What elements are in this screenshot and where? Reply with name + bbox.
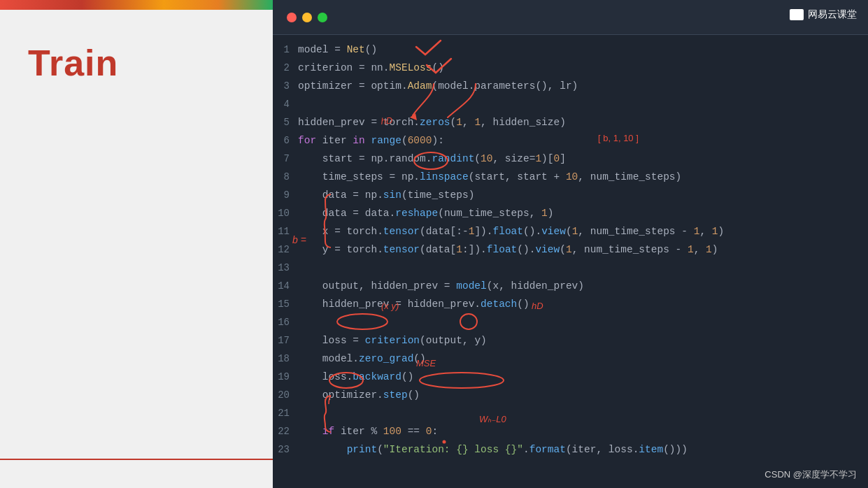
code-line-15: 15 hidden_prev = hidden_prev.detach() xyxy=(273,295,868,313)
code-line-5: 5 hidden_prev = torch.zeros(1, 1, hidden… xyxy=(273,113,868,131)
traffic-lights xyxy=(287,13,327,22)
window-title-bar: 网易云课堂 xyxy=(273,0,868,35)
code-line-10: 10 data = data.reshape(num_time_steps, 1… xyxy=(273,204,868,222)
code-line-11: 11 x = torch.tensor(data[:-1]).float().v… xyxy=(273,222,868,241)
code-line-21: 21 xyxy=(273,404,868,422)
code-line-20: 20 optimizer.step() xyxy=(273,386,868,404)
code-area: 1 model = Net() 2 criterion = nn.MSELoss… xyxy=(273,35,868,488)
code-line-3: 3 optimizer = optim.Adam(model.parameter… xyxy=(273,77,868,95)
close-button[interactable] xyxy=(287,13,297,22)
maximize-button[interactable] xyxy=(318,13,327,22)
section-title: Train xyxy=(28,42,118,84)
code-line-14: 14 output, hidden_prev = model(x, hidden… xyxy=(273,277,868,295)
left-panel: Train xyxy=(0,0,273,488)
brand-icon xyxy=(790,9,804,20)
code-line-7: 7 start = np.random.randint(10, size=1)[… xyxy=(273,150,868,168)
code-line-1: 1 model = Net() xyxy=(273,41,868,59)
code-line-12: 12 y = torch.tensor(data[1:]).float().vi… xyxy=(273,241,868,259)
code-line-16: 16 xyxy=(273,313,868,331)
watermark-top: 网易云课堂 xyxy=(790,8,857,21)
code-line-22: 22 if iter % 100 == 0: xyxy=(273,422,868,440)
watermark-top-text: 网易云课堂 xyxy=(808,8,857,21)
code-line-18: 18 model.zero_grad() xyxy=(273,350,868,368)
code-line-17: 17 loss = criterion(output, y) xyxy=(273,331,868,350)
top-decoration xyxy=(0,0,273,10)
code-line-6: 6 for iter in range(6000): xyxy=(273,131,868,150)
code-panel: 网易云课堂 1 model = Net() 2 criterion = nn.M… xyxy=(273,0,868,488)
code-line-9: 9 data = np.sin(time_steps) xyxy=(273,186,868,204)
minimize-button[interactable] xyxy=(302,13,312,22)
code-line-2: 2 criterion = nn.MSELoss() xyxy=(273,59,868,77)
watermark-bottom-text: CSDN @深度学不学习 xyxy=(764,469,857,480)
watermark-bottom: CSDN @深度学不学习 xyxy=(764,468,857,481)
code-line-19: 19 loss.backward() xyxy=(273,368,868,386)
code-line-4: 4 xyxy=(273,95,868,113)
code-line-13: 13 xyxy=(273,259,868,277)
code-line-8: 8 time_steps = np.linspace(start, start … xyxy=(273,168,868,186)
code-line-23: 23 print("Iteration: {} loss {}".format(… xyxy=(273,440,868,459)
